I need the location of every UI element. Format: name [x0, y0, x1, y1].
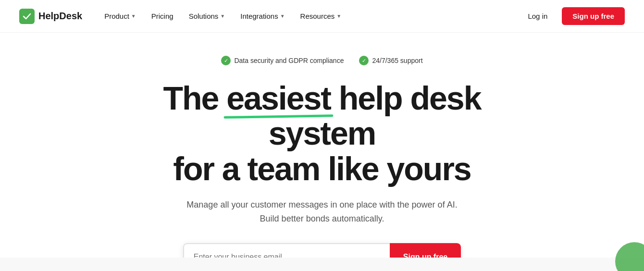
- trust-badge-security: ✓ Data security and GDPR compliance: [221, 56, 344, 65]
- logo-icon: [19, 9, 35, 24]
- nav-items: Product ▼ Pricing Solutions ▼ Integratio…: [98, 8, 348, 24]
- hero-section: ✓ Data security and GDPR compliance ✓ 24…: [0, 33, 644, 271]
- trust-badge-support: ✓ 24/7/365 support: [359, 56, 422, 65]
- check-icon-security: ✓: [221, 56, 231, 65]
- nav-item-solutions[interactable]: Solutions ▼: [182, 8, 232, 24]
- navbar-left: HelpDesk Product ▼ Pricing Solutions ▼ I…: [19, 8, 348, 24]
- trust-badges: ✓ Data security and GDPR compliance ✓ 24…: [221, 56, 422, 65]
- heading-underline-word: easiest: [226, 81, 331, 116]
- bottom-section-hint: [0, 258, 644, 271]
- chevron-down-icon: ▼: [336, 13, 341, 19]
- chevron-down-icon: ▼: [131, 13, 136, 19]
- hero-heading: The easiest help desk system for a team …: [115, 81, 529, 186]
- nav-item-pricing[interactable]: Pricing: [145, 8, 180, 24]
- chevron-down-icon: ▼: [220, 13, 225, 19]
- navbar-right: Log in Sign up free: [519, 7, 625, 25]
- nav-item-integrations[interactable]: Integrations ▼: [234, 8, 291, 24]
- check-icon-support: ✓: [359, 56, 369, 65]
- login-button[interactable]: Log in: [519, 8, 556, 24]
- brand-name: HelpDesk: [38, 11, 82, 22]
- navbar: HelpDesk Product ▼ Pricing Solutions ▼ I…: [0, 0, 644, 33]
- signup-nav-button[interactable]: Sign up free: [562, 7, 625, 25]
- nav-item-resources[interactable]: Resources ▼: [294, 8, 348, 24]
- hero-subtext: Manage all your customer messages in one…: [186, 198, 457, 226]
- logo[interactable]: HelpDesk: [19, 9, 82, 24]
- nav-item-product[interactable]: Product ▼: [98, 8, 143, 24]
- chevron-down-icon: ▼: [280, 13, 285, 19]
- checkmark-icon: [22, 12, 32, 21]
